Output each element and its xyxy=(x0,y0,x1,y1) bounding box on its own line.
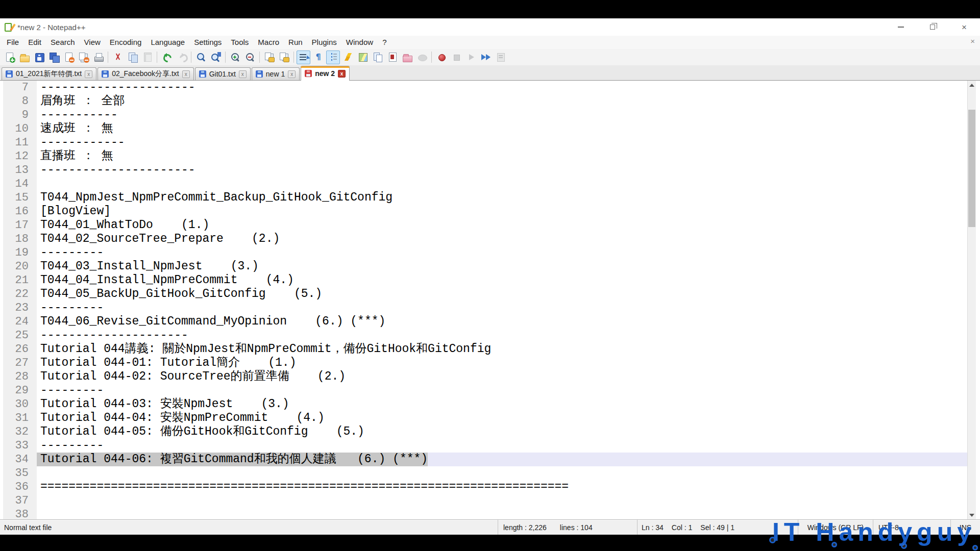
menu-item-[interactable]: ? xyxy=(378,36,391,49)
line-text[interactable]: T044_05_BackUp_GitHook_GitConfig (5.) xyxy=(37,287,322,301)
function-list-button[interactable] xyxy=(385,51,399,64)
menu-item-plugins[interactable]: Plugins xyxy=(307,36,341,49)
stop-macro-button[interactable] xyxy=(449,51,463,64)
scrollbar-thumb[interactable] xyxy=(968,110,975,227)
line-text[interactable]: 直播班 ： 無 xyxy=(37,149,113,163)
tab-02-facebook-txt[interactable]: 02_Facebook分享.txtx xyxy=(97,67,194,80)
line-text[interactable]: --------- xyxy=(37,384,104,397)
line-text[interactable]: T044_01_WhatToDo (1.) xyxy=(37,218,209,232)
menu-item-window[interactable]: Window xyxy=(341,36,378,49)
menu-item-edit[interactable]: Edit xyxy=(23,36,46,49)
line-text[interactable]: ---------------------- xyxy=(37,163,195,177)
menu-item-language[interactable]: Language xyxy=(146,36,189,49)
line-text[interactable]: Tutorial 044-02: SourceTree的前置準備 (2.) xyxy=(37,370,346,384)
line-text[interactable]: 速成班 ： 無 xyxy=(37,122,113,136)
tab-close-icon[interactable]: x xyxy=(85,70,92,78)
save-all-button[interactable] xyxy=(47,51,61,64)
tab-01-2021-txt[interactable]: 01_2021新年特價.txtx xyxy=(2,67,96,80)
selected-text[interactable]: Tutorial 044-06: 複習GitCommand和我的個人建議 (6.… xyxy=(37,453,428,466)
copy-button[interactable] xyxy=(126,51,139,64)
line-text[interactable] xyxy=(37,177,40,191)
text-area[interactable]: 7----------------------8眉角班 ： 全部9-------… xyxy=(0,81,967,519)
line-text[interactable]: Tutorial 044-01: Tutorial簡介 (1.) xyxy=(37,356,296,370)
line-text[interactable]: T044_02_SourceTree_Prepare (2.) xyxy=(37,232,280,246)
maximize-restore-button[interactable] xyxy=(917,18,948,36)
replace-button[interactable] xyxy=(209,51,223,64)
show-all-characters-button[interactable] xyxy=(311,51,325,64)
menu-item-settings[interactable]: Settings xyxy=(189,36,226,49)
paste-button[interactable] xyxy=(140,51,154,64)
line-text[interactable]: ---------------------- xyxy=(37,81,195,94)
save-macro-button[interactable] xyxy=(494,51,507,64)
vertical-scrollbar[interactable] xyxy=(967,81,976,519)
zoom-out-button[interactable] xyxy=(243,51,257,64)
play-macro-button[interactable] xyxy=(464,51,478,64)
line-text[interactable]: ------------ xyxy=(37,136,125,149)
line-text[interactable]: T044_03_Install_NpmJest (3.) xyxy=(37,260,259,273)
close-file-button[interactable] xyxy=(62,51,76,64)
tab-new-1[interactable]: new 1x xyxy=(252,67,300,80)
close-all-button[interactable] xyxy=(77,51,90,64)
tab-git01-txt[interactable]: Git01.txtx xyxy=(195,67,251,80)
line-number: 25 xyxy=(3,329,37,342)
line-text[interactable] xyxy=(37,508,40,519)
menu-item-search[interactable]: Search xyxy=(46,36,80,49)
run-macro-multiple-button[interactable] xyxy=(479,51,493,64)
tab-close-icon[interactable]: x xyxy=(288,70,296,78)
define-language-button[interactable] xyxy=(341,51,355,64)
line-text[interactable]: [BlogView] xyxy=(37,205,111,218)
line-text[interactable] xyxy=(37,494,40,508)
line-text[interactable]: 眉角班 ： 全部 xyxy=(37,94,125,108)
record-macro-button[interactable] xyxy=(434,51,448,64)
folder-as-workspace-button[interactable] xyxy=(400,51,414,64)
line-text[interactable]: T044_06_Revise_GitCommand_MyOpinion (6.)… xyxy=(37,315,385,329)
menu-item-view[interactable]: View xyxy=(80,36,105,49)
line-text[interactable]: T044_04_Install_NpmPreCommit (4.) xyxy=(37,273,294,287)
minimize-button[interactable] xyxy=(885,18,917,36)
new-file-button[interactable] xyxy=(3,51,16,64)
scroll-up-button[interactable] xyxy=(968,81,976,89)
tab-close-icon[interactable]: x xyxy=(338,70,346,78)
line-text[interactable]: Tutorial 044講義: 關於NpmJest和NpmPreCommit，備… xyxy=(37,342,491,356)
line-text[interactable]: ----------- xyxy=(37,108,118,122)
menu-item-encoding[interactable]: Encoding xyxy=(105,36,146,49)
line-fill xyxy=(393,191,967,205)
monitoring-icon xyxy=(416,52,428,63)
zoom-in-button[interactable] xyxy=(228,51,242,64)
tab-close-icon[interactable]: x xyxy=(239,70,247,78)
menu-item-run[interactable]: Run xyxy=(284,36,307,49)
monitoring-button[interactable] xyxy=(415,51,429,64)
undo-button[interactable] xyxy=(160,51,174,64)
open-file-button[interactable] xyxy=(17,51,31,64)
line-text[interactable]: ========================================… xyxy=(37,480,569,494)
menu-close-icon[interactable]: × xyxy=(970,37,975,45)
line-text[interactable]: Tutorial 044-04: 安裝NpmPreCommit (4.) xyxy=(37,411,325,425)
tab-close-icon[interactable]: x xyxy=(182,70,190,78)
line-text[interactable]: --------------------- xyxy=(37,329,188,342)
menu-item-macro[interactable]: Macro xyxy=(253,36,284,49)
document-map-button[interactable] xyxy=(356,51,370,64)
line-text[interactable]: T044_NpmJest_NpmPreCommit_Backup_GitHook… xyxy=(37,191,393,205)
redo-button[interactable] xyxy=(175,51,188,64)
sync-vertical-button[interactable] xyxy=(262,51,276,64)
line-text[interactable]: Tutorial 044-03: 安裝NpmJest (3.) xyxy=(37,397,289,411)
tab-new-2[interactable]: new 2x xyxy=(301,66,350,81)
line-text[interactable] xyxy=(37,466,40,480)
scrollbar-track[interactable] xyxy=(968,89,976,511)
line-text[interactable]: --------- xyxy=(37,301,104,315)
line-number: 26 xyxy=(3,342,37,356)
document-list-button[interactable] xyxy=(371,51,384,64)
line-text[interactable]: Tutorial 044-05: 備份GitHook和GitConfig (5.… xyxy=(37,425,364,439)
close-button[interactable]: × xyxy=(948,18,980,36)
print-button[interactable] xyxy=(91,51,105,64)
menu-item-tools[interactable]: Tools xyxy=(226,36,253,49)
word-wrap-button[interactable] xyxy=(297,51,310,64)
line-text[interactable]: --------- xyxy=(37,246,104,260)
line-text[interactable]: --------- xyxy=(37,439,104,453)
save-file-button[interactable] xyxy=(32,51,46,64)
find-button[interactable] xyxy=(194,51,208,64)
sync-horizontal-button[interactable] xyxy=(277,51,291,64)
show-indent-guide-button[interactable] xyxy=(326,51,340,64)
cut-button[interactable] xyxy=(111,51,125,64)
menu-item-file[interactable]: File xyxy=(2,36,23,49)
